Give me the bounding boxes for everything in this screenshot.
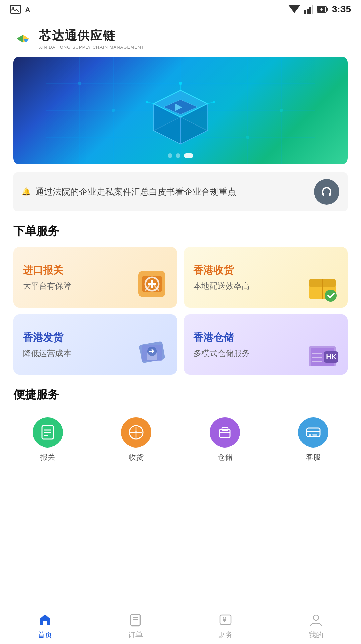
quick-icon-customs [33,417,63,448]
status-time: 3:35 [332,4,351,15]
quick-item-service[interactable]: 客服 [269,410,358,469]
quick-item-receive[interactable]: 收货 [92,410,181,469]
quick-icon-storage [210,417,240,448]
font-icon: A [25,5,34,14]
status-right-icons: 3:35 [288,4,351,15]
wifi-icon [288,5,300,14]
service-card-hk-storage[interactable]: 香港仓储 多模式仓储服务 HK [184,314,348,375]
quick-icon-receive [121,417,151,448]
home-nav-icon [37,612,53,628]
quick-label-customs: 报关 [40,452,55,462]
svg-text:HK: HK [326,353,337,361]
import-card-icon [133,265,170,302]
notice-bar: 🔔 通过法院的企业走私案件汇总白皮书看企业合规重点 [13,172,348,211]
svg-rect-4 [304,10,306,14]
svg-point-73 [309,434,311,436]
svg-rect-55 [312,353,322,354]
order-nav-icon [127,612,144,628]
mine-nav-icon [308,612,324,628]
svg-point-24 [280,109,283,112]
svg-text:¥: ¥ [223,616,227,623]
status-left-icons: A [10,5,34,14]
headphone-icon [321,186,333,198]
svg-point-20 [78,82,81,85]
svg-rect-10 [326,8,328,11]
notice-content: 🔔 通过法院的企业走私案件汇总白皮书看企业合规重点 [22,186,236,198]
chip-3d [127,63,234,157]
quick-services-row: 报关 收货 仓储 [3,410,358,469]
svg-point-21 [112,109,115,112]
service-grid: 进口报关 大平台有保障 香港收货 本地配送效率高 [13,247,348,375]
status-bar: A 3:35 [0,0,361,17]
gallery-icon [10,5,21,14]
notice-text: 通过法院的企业走私案件汇总白皮书看企业合规重点 [35,186,236,198]
svg-point-23 [246,136,249,139]
svg-point-37 [179,82,182,85]
svg-point-36 [213,101,215,103]
svg-rect-6 [309,7,311,14]
service-card-import[interactable]: 进口报关 大平台有保障 [13,247,177,308]
svg-marker-3 [288,5,300,13]
nav-label-finance: 财务 [218,630,233,640]
order-services-title: 下单服务 [0,211,361,247]
nav-item-finance[interactable]: ¥ 财务 [180,607,271,644]
service-card-hk-receive[interactable]: 香港收货 本地配送效率高 [184,247,348,308]
bottom-nav: 首页 订单 ¥ 财务 我的 [0,607,361,644]
signal-icon [304,5,313,14]
banner[interactable] [13,57,348,164]
nav-item-mine[interactable]: 我的 [271,607,361,644]
finance-nav-icon: ¥ [217,612,234,628]
quick-label-receive: 收货 [129,452,144,462]
quick-label-service: 客服 [306,452,321,462]
battery-icon [317,5,329,14]
notice-audio-button[interactable] [314,179,339,205]
nav-label-mine: 我的 [309,630,323,640]
hk-storage-card-icon: HK [304,333,341,370]
nav-item-order[interactable]: 订单 [90,607,181,644]
nav-label-home: 首页 [38,630,52,640]
logo-icon [13,29,34,49]
svg-point-35 [146,101,148,103]
svg-rect-7 [312,5,313,14]
svg-rect-56 [312,357,322,358]
svg-point-81 [313,615,319,620]
svg-rect-57 [312,361,322,362]
app-header: 芯达通供应链 XIN DA TONG SUPPLY CHAIN MANAGEME… [0,17,361,57]
quick-icon-service [298,417,328,448]
service-card-hk-ship[interactable]: 香港发货 降低运营成本 [13,314,177,375]
svg-rect-5 [307,9,309,14]
logo-text: 芯达通供应链 XIN DA TONG SUPPLY CHAIN MANAGEME… [39,28,144,50]
svg-point-47 [325,290,337,302]
notice-speaker-icon: 🔔 [22,187,31,196]
nav-label-order: 订单 [128,630,143,640]
quick-item-storage[interactable]: 仓储 [180,410,269,469]
quick-item-customs[interactable]: 报关 [3,410,92,469]
hk-receive-card-icon [304,265,341,302]
svg-text:A: A [25,6,30,14]
hk-ship-card-icon [133,333,170,370]
quick-label-storage: 仓储 [217,452,232,462]
svg-point-63 [135,431,137,433]
logo-subtitle: XIN DA TONG SUPPLY CHAIN MANAGEMENT [39,45,144,50]
svg-rect-74 [312,434,317,436]
quick-services-title: 便捷服务 [0,375,361,410]
nav-item-home[interactable]: 首页 [0,607,90,644]
logo-title: 芯达通供应链 [39,28,144,44]
